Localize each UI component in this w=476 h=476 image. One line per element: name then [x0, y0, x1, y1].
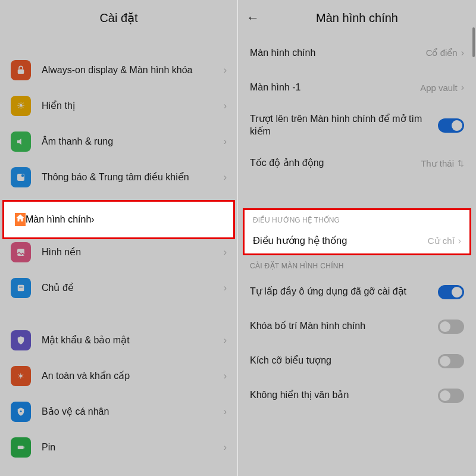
toggle-lock-layout[interactable] — [438, 320, 464, 334]
chevron-right-icon: › — [224, 371, 227, 381]
settings-item-label: Âm thanh & rung — [42, 136, 219, 148]
row-label: Khóa bố trí Màn hình chính — [250, 320, 432, 333]
row-value: Cử chỉ — [428, 236, 455, 246]
chevron-right-icon: › — [224, 247, 227, 258]
row-system-nav[interactable]: Điều hướng hệ thống Cử chỉ › — [245, 228, 469, 253]
chevron-right-icon: › — [224, 283, 227, 293]
settings-item-label: Thông báo & Trung tâm điều khiển — [42, 171, 219, 184]
row-swipe-search[interactable]: Trượt lên trên Màn hình chính để mở tìm … — [238, 105, 476, 146]
settings-panel: Cài đặt Always-on display & Màn hình khó… — [0, 0, 238, 476]
settings-item-label: Always-on display & Màn hình khóa — [42, 64, 219, 77]
settings-item-label: Hình nền — [42, 246, 219, 259]
highlight-system-nav: ĐIỀU HƯỚNG HỆ THỐNG Điều hướng hệ thống … — [243, 208, 471, 255]
settings-item-label: Hiển thị — [42, 100, 219, 112]
home-title: Màn hình chính — [316, 11, 398, 25]
settings-item-themes[interactable]: Chủ đề › — [0, 270, 237, 306]
home-screen-panel: ← Màn hình chính Màn hình chính Cổ điển … — [238, 0, 476, 476]
row-value: Cổ điển — [426, 48, 458, 58]
svg-rect-3 — [17, 249, 24, 256]
chevron-right-icon: › — [461, 82, 464, 93]
updown-icon: ⇅ — [458, 159, 464, 168]
chevron-right-icon: › — [224, 172, 227, 183]
home-icon — [15, 213, 26, 226]
chevron-right-icon: › — [224, 65, 227, 76]
svg-point-2 — [21, 174, 24, 177]
privacy-icon — [11, 402, 31, 422]
settings-item-label: An toàn và khẩn cấp — [42, 370, 219, 383]
chevron-right-icon: › — [224, 335, 227, 346]
row-value: App vault — [420, 83, 458, 93]
home-settings-list[interactable]: Màn hình chính Cổ điển › Màn hình -1 App… — [238, 36, 476, 476]
shield-icon — [11, 330, 31, 350]
settings-item-label: Màn hình chính — [26, 214, 91, 225]
settings-item-privacy[interactable]: Bảo vệ cá nhân › — [0, 394, 237, 430]
settings-item-notify[interactable]: Thông báo & Trung tâm điều khiển › — [0, 159, 237, 195]
svg-rect-8 — [24, 447, 25, 449]
toggle-autofill[interactable] — [438, 285, 464, 299]
settings-list[interactable]: Always-on display & Màn hình khóa › ☀ Hi… — [0, 36, 237, 476]
scrollbar[interactable] — [472, 27, 475, 57]
settings-item-security[interactable]: Mật khẩu & bảo mật › — [0, 322, 237, 358]
svg-rect-7 — [18, 446, 24, 449]
row-lock-layout[interactable]: Khóa bố trí Màn hình chính — [238, 309, 476, 344]
row-home-style[interactable]: Màn hình chính Cổ điển › — [238, 36, 476, 70]
notify-icon — [11, 167, 31, 187]
row-label: Tốc độ ảnh động — [250, 157, 416, 170]
row-value: Thư thái — [421, 158, 454, 169]
home-header: ← Màn hình chính — [238, 0, 476, 36]
battery-icon — [11, 437, 31, 458]
wallpaper-icon — [11, 242, 31, 262]
settings-item-label: Chủ đề — [42, 282, 219, 295]
settings-item-display[interactable]: ☀ Hiển thị › — [0, 88, 237, 124]
highlight-home-screen: Màn hình chính › — [2, 200, 235, 239]
row-label: Màn hình chính — [250, 47, 421, 60]
chevron-right-icon: › — [224, 442, 227, 453]
settings-item-label: Mật khẩu & bảo mật — [42, 334, 219, 347]
row-label: Tự lấp đầy ô ứng dụng đã gỡ cài đặt — [250, 286, 432, 298]
row-label: Trượt lên trên Màn hình chính để mở tìm … — [250, 113, 432, 138]
svg-rect-5 — [19, 287, 23, 288]
section-system-nav: ĐIỀU HƯỚNG HỆ THỐNG — [245, 210, 469, 228]
toggle-icon-size[interactable] — [438, 354, 464, 368]
chevron-right-icon: › — [224, 406, 227, 417]
settings-item-home[interactable]: Màn hình chính › — [4, 202, 233, 237]
row-label: Màn hình -1 — [250, 82, 415, 94]
row-label: Không hiển thị văn bản — [250, 389, 432, 402]
chevron-right-icon: › — [224, 136, 227, 147]
settings-item-wallpaper[interactable]: Hình nền › — [0, 234, 237, 270]
settings-title: Cài đặt — [99, 11, 137, 25]
sun-icon: ☀ — [11, 96, 31, 116]
svg-rect-0 — [18, 70, 24, 74]
chevron-right-icon: › — [91, 214, 94, 225]
svg-rect-4 — [18, 285, 24, 292]
row-autofill[interactable]: Tự lấp đầy ô ứng dụng đã gỡ cài đặt — [238, 275, 476, 309]
emergency-icon: ✶ — [11, 366, 31, 386]
row-no-text[interactable]: Không hiển thị văn bản — [238, 378, 476, 413]
row-label: Điều hướng hệ thống — [253, 235, 428, 246]
row-label: Kích cỡ biểu tượng — [250, 355, 432, 367]
arrow-left-icon: ← — [246, 10, 259, 25]
row-icon-size[interactable]: Kích cỡ biểu tượng — [238, 344, 476, 378]
toggle-swipe-search[interactable] — [438, 118, 464, 133]
toggle-no-text[interactable] — [438, 389, 464, 403]
row-anim-speed[interactable]: Tốc độ ảnh động Thư thái ⇅ — [238, 146, 476, 181]
settings-item-aod[interactable]: Always-on display & Màn hình khóa › — [0, 52, 237, 88]
back-button[interactable]: ← — [246, 10, 259, 26]
speaker-icon — [11, 131, 31, 152]
chevron-right-icon: › — [461, 48, 464, 58]
settings-item-battery[interactable]: Pin › — [0, 430, 237, 465]
settings-item-label: Bảo vệ cá nhân — [42, 406, 219, 418]
settings-header: Cài đặt — [0, 0, 237, 36]
lock-icon — [11, 60, 31, 80]
settings-item-emergency[interactable]: ✶ An toàn và khẩn cấp › — [0, 358, 237, 394]
settings-item-sound[interactable]: Âm thanh & rung › — [0, 124, 237, 159]
settings-item-label: Pin — [42, 441, 219, 454]
theme-icon — [11, 278, 31, 298]
svg-point-6 — [20, 411, 22, 412]
chevron-right-icon: › — [224, 101, 227, 111]
chevron-right-icon: › — [458, 236, 461, 246]
row-minus-one[interactable]: Màn hình -1 App vault › — [238, 70, 476, 105]
